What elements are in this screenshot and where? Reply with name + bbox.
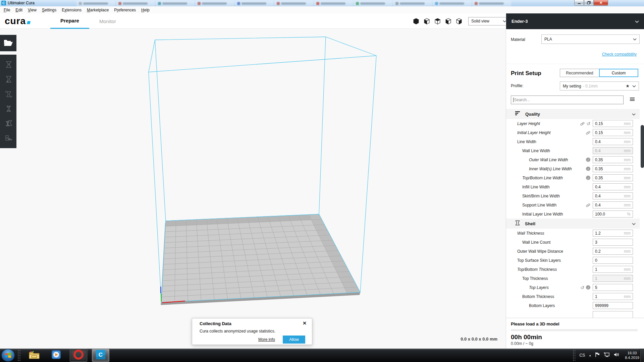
restore-button[interactable] [584, 0, 594, 6]
allow-button[interactable]: Allow [283, 336, 305, 344]
dialog-title: Collecting Data [200, 321, 231, 326]
stage-tabs: PrepareMonitor [50, 13, 126, 29]
material-dropdown[interactable]: PLA [541, 35, 640, 44]
setting-value-input[interactable]: 1mm [593, 293, 633, 300]
print-setup-title: Print Setup [511, 70, 541, 77]
formula-icon: f [586, 167, 590, 171]
menu-help[interactable]: Help [139, 7, 152, 13]
language-indicator[interactable]: CS [580, 353, 585, 358]
chevron-down-icon [635, 18, 639, 24]
setting-value-input[interactable]: 0.2mm [593, 248, 633, 255]
edit-tools-toolbar [0, 55, 16, 148]
taskbar-app-media-player[interactable] [48, 349, 65, 362]
menu-settings[interactable]: Settings [39, 7, 59, 13]
build-plate-scene [17, 29, 506, 349]
open-file-button[interactable] [0, 35, 16, 51]
recommended-mode-button[interactable]: Recommended [560, 69, 599, 77]
menu-preferences[interactable]: Preferences [111, 7, 139, 13]
action-center-flag-icon[interactable] [595, 352, 600, 359]
setting-inner-wall-s-line-width: Inner Wall(s) Line Width f 0.35mm [506, 164, 640, 173]
setting-value-input[interactable]: 0.4mm [593, 138, 633, 145]
start-button[interactable] [1, 349, 15, 362]
settings-scrollbar-thumb[interactable] [641, 125, 644, 168]
setting-value-input[interactable]: 5 [593, 284, 633, 291]
stage-tab-monitor[interactable]: Monitor [89, 13, 126, 29]
view-front-icon[interactable] [423, 17, 431, 25]
dialog-close-icon[interactable]: ✕ [303, 320, 307, 326]
setting-label: Support Line Width [506, 203, 586, 207]
mirror-tool-icon[interactable] [3, 104, 13, 114]
setting-value-input[interactable]: 0.35mm [593, 156, 633, 163]
setting-value-input[interactable]: 0.35mm [593, 174, 633, 181]
setting-value-input[interactable]: 0.35mm [593, 165, 633, 172]
show-hidden-icons-icon[interactable]: ▲ [589, 354, 591, 357]
explorer-icon [29, 350, 40, 361]
view-right-icon[interactable] [455, 17, 463, 25]
background-tab [195, 1, 234, 6]
shell-icon [515, 220, 520, 227]
menu-edit[interactable]: Edit [13, 7, 25, 13]
setting-value-input[interactable]: 1.2mm [593, 230, 633, 237]
network-icon[interactable] [604, 352, 610, 359]
more-info-link[interactable]: More info [258, 337, 275, 342]
setting-label: Inner Wall(s) Line Width [506, 167, 586, 171]
section-header-quality[interactable]: Quality [506, 109, 640, 119]
chevron-down-icon [632, 111, 636, 117]
rotate-tool-icon[interactable] [3, 89, 13, 99]
setting-value-input[interactable]: 0.4mm [593, 147, 633, 154]
setting-value-input[interactable]: 0.4mm [593, 192, 633, 199]
custom-mode-button[interactable]: Custom [599, 69, 638, 77]
setting-wall-thickness: Wall Thickness 1.2mm [506, 229, 640, 238]
printer-selector[interactable]: Ender-3 [506, 13, 644, 29]
settings-scrollbar[interactable] [640, 109, 644, 318]
taskbar-app-cura[interactable]: C [92, 349, 109, 362]
show-desktop-button[interactable] [640, 349, 644, 362]
view-left-icon[interactable] [444, 17, 452, 25]
support-blocker-tool-icon[interactable] [3, 133, 13, 143]
taskbar-app-opera[interactable] [70, 349, 87, 362]
load-model-message: Please load a 3D model [511, 321, 638, 326]
print-time-estimate: 00h 00min [511, 334, 638, 341]
setting-value-input[interactable]: 0.15mm [593, 129, 633, 136]
menu-view[interactable]: View [25, 7, 39, 13]
section-header-shell[interactable]: Shell [506, 219, 640, 229]
revert-icon[interactable]: ↺ [586, 122, 590, 126]
view-mode-dropdown[interactable]: Solid view [468, 17, 509, 25]
setting-value-input[interactable]: 1mm [593, 266, 633, 273]
setting-value-input[interactable] [593, 311, 633, 318]
viewport-3d[interactable]: 0.0 x 0.0 x 0.0 mm [17, 29, 506, 349]
revert-icon[interactable]: ↺ [580, 286, 584, 290]
setting-value-input[interactable]: 0.15mm [593, 120, 633, 127]
check-compatibility-link[interactable]: Check compatibility [602, 52, 637, 57]
per-model-settings-tool-icon[interactable] [3, 118, 13, 128]
windows-logo-icon [5, 352, 11, 358]
menu-file[interactable]: File [1, 7, 13, 13]
taskbar-app-explorer[interactable] [25, 349, 43, 362]
setting-value-input[interactable]: 0.4mm [593, 183, 633, 190]
scale-tool-icon[interactable] [3, 74, 13, 84]
setting-value-input[interactable]: 0.4mm [593, 201, 633, 208]
time-label: 16:33 [625, 351, 639, 355]
setting-visibility-menu-icon[interactable] [630, 97, 635, 103]
profile-dropdown[interactable]: My setting - 0.1mm ★ [560, 81, 639, 90]
close-button[interactable]: ✕ [594, 0, 608, 6]
background-tab [472, 1, 511, 6]
clock[interactable]: 16:33 8.4.2019 [625, 351, 639, 360]
link-icon [579, 120, 586, 127]
setting-value-input[interactable]: 100.0% [593, 210, 633, 218]
chevron-down-icon [632, 221, 636, 227]
setting-value-input[interactable]: 3 [593, 239, 633, 246]
stage-tab-prepare[interactable]: Prepare [50, 13, 89, 29]
view-top-icon[interactable] [433, 17, 441, 25]
volume-icon[interactable] [614, 352, 620, 359]
move-tool-icon[interactable] [3, 60, 13, 70]
setting-search-input[interactable]: Search... [511, 96, 624, 104]
setting-value-input[interactable]: 1mm [593, 275, 633, 282]
minimize-button[interactable] [574, 0, 584, 6]
material-label: Material [511, 37, 525, 42]
menu-marketplace[interactable]: Marketplace [84, 7, 111, 13]
menu-extensions[interactable]: Extensions [59, 7, 84, 13]
setting-value-input[interactable]: 999999 [593, 302, 633, 309]
setting-value-input[interactable]: 0 [593, 257, 633, 264]
view-3d-icon[interactable] [412, 17, 420, 25]
